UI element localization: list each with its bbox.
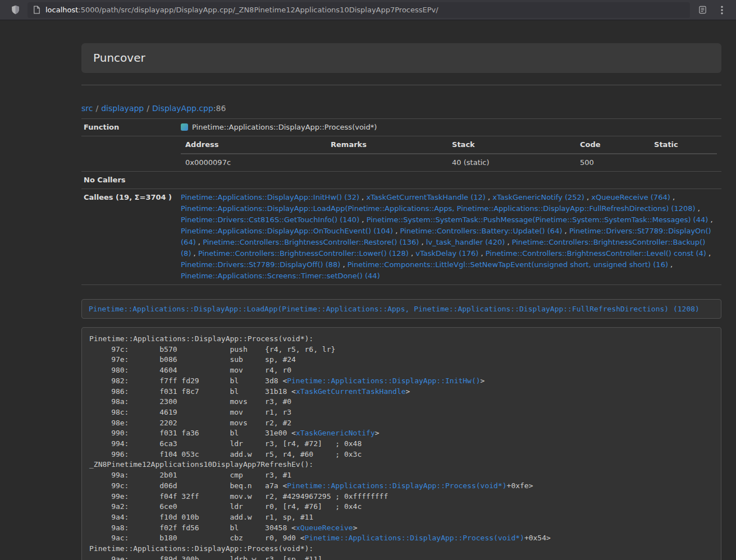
code-symbol-link[interactable]: Pinetime::Applications::DisplayApp::Proc… <box>287 481 506 490</box>
callee-link[interactable]: Pinetime::Controllers::Battery::Update()… <box>400 227 563 235</box>
page-content: Puncover src/displayapp/DisplayApp.cpp:8… <box>0 20 736 560</box>
callee-link[interactable]: Pinetime::Drivers::Cst816S::GetTouchInfo… <box>181 215 359 224</box>
page-icon <box>33 6 40 14</box>
selected-symbol-link[interactable]: Pinetime::Applications::DisplayApp::Load… <box>89 305 700 313</box>
code-symbol-link[interactable]: xTaskGetCurrentTaskHandle <box>296 387 406 396</box>
shield-icon <box>11 5 20 15</box>
stat-static <box>650 154 717 171</box>
stats-table: Address Remarks Stack Code Static 0x0000… <box>181 136 717 171</box>
function-name: Pinetime::Applications::DisplayApp::Proc… <box>192 123 377 131</box>
divider <box>81 85 721 85</box>
url-host: localhost <box>45 6 78 14</box>
column-header-code: Code <box>575 136 650 154</box>
column-header-address: Address <box>181 136 326 154</box>
callees-label: Callees (19, Σ=3704 ) <box>81 189 176 285</box>
function-row-label: Function <box>81 119 176 136</box>
callee-link[interactable]: xTaskGenericNotify (252) <box>492 193 584 201</box>
callee-link[interactable]: Pinetime::Applications::DisplayApp::OnTo… <box>181 227 393 235</box>
column-header-stack: Stack <box>447 136 575 154</box>
breadcrumb: src/displayapp/DisplayApp.cpp:86 <box>81 103 721 114</box>
stat-stack: 40 (static) <box>447 154 575 171</box>
code-symbol-link[interactable]: xTaskGenericNotify <box>296 429 375 437</box>
app-title: Puncover <box>93 52 710 65</box>
callee-link[interactable]: xQueueReceive (764) <box>591 193 670 201</box>
url-path: :5000/path/src/displayapp/DisplayApp.cpp… <box>78 6 438 14</box>
callee-link[interactable]: Pinetime::Components::LittleVgl::SetNewT… <box>348 260 668 269</box>
callee-link[interactable]: Pinetime::Controllers::BrightnessControl… <box>486 249 706 258</box>
callee-link[interactable]: Pinetime::Controllers::BrightnessControl… <box>198 249 409 258</box>
breadcrumb-link-src[interactable]: src <box>81 104 93 113</box>
callees-list: Pinetime::Applications::DisplayApp::Init… <box>176 189 721 285</box>
code-symbol-link[interactable]: Pinetime::Applications::DisplayApp::Init… <box>287 377 480 385</box>
callee-link[interactable]: xTaskGetCurrentTaskHandle (12) <box>366 193 485 201</box>
symbol-type-icon <box>181 123 188 131</box>
callee-link[interactable]: Pinetime::Applications::Screens::Timer::… <box>181 272 380 280</box>
callee-link[interactable]: Pinetime::Drivers::St7789::DisplayOff() … <box>181 260 340 269</box>
callee-link[interactable]: Pinetime::Applications::DisplayApp::Load… <box>181 204 696 213</box>
callees-row: Callees (19, Σ=3704 ) Pinetime::Applicat… <box>81 189 721 285</box>
callee-link[interactable]: Pinetime::System::SystemTask::PushMessag… <box>367 215 708 224</box>
breadcrumb-separator: / <box>95 104 98 113</box>
browser-toolbar: localhost:5000/path/src/displayapp/Displ… <box>0 0 736 20</box>
stat-code: 500 <box>575 154 650 171</box>
reader-mode-icon[interactable] <box>695 3 710 17</box>
breadcrumb-link-file[interactable]: DisplayApp.cpp <box>152 104 213 113</box>
no-callers-row: No Callers <box>81 172 721 189</box>
disassembly-code-block: Pinetime::Applications::DisplayApp::Proc… <box>81 327 721 560</box>
stats-row: Address Remarks Stack Code Static 0x0000… <box>81 136 721 172</box>
function-row: Function Pinetime::Applications::Display… <box>81 119 721 136</box>
code-symbol-link[interactable]: Pinetime::Applications::DisplayApp::Proc… <box>305 534 524 542</box>
function-table: Function Pinetime::Applications::Display… <box>81 118 721 285</box>
breadcrumb-line-number: :86 <box>213 104 226 113</box>
callee-link[interactable]: lv_task_handler (420) <box>426 238 505 246</box>
callee-link[interactable]: vTaskDelay (176) <box>415 249 478 258</box>
selected-symbol-box: Pinetime::Applications::DisplayApp::Load… <box>81 299 721 319</box>
three-dots-icon <box>721 6 723 15</box>
url-text: localhost:5000/path/src/displayapp/Displ… <box>45 6 438 14</box>
breadcrumb-link-displayapp[interactable]: displayapp <box>101 104 144 113</box>
tracking-protection-shield-icon[interactable] <box>8 3 22 17</box>
breadcrumb-separator: / <box>147 104 149 113</box>
no-callers-label: No Callers <box>81 172 176 189</box>
app-title-banner: Puncover <box>81 43 721 73</box>
url-bar[interactable]: localhost:5000/path/src/displayapp/Displ… <box>28 2 690 18</box>
column-header-remarks: Remarks <box>326 136 447 154</box>
column-header-static: Static <box>650 136 717 154</box>
stat-remarks <box>326 154 447 171</box>
stat-address: 0x0000097c <box>181 154 326 171</box>
reader-icon <box>698 6 707 14</box>
kebab-menu-icon[interactable] <box>715 3 729 17</box>
code-symbol-link[interactable]: xQueueReceive <box>296 524 353 532</box>
callee-link[interactable]: Pinetime::Applications::DisplayApp::Init… <box>181 193 359 201</box>
callee-link[interactable]: Pinetime::Controllers::BrightnessControl… <box>203 238 419 246</box>
